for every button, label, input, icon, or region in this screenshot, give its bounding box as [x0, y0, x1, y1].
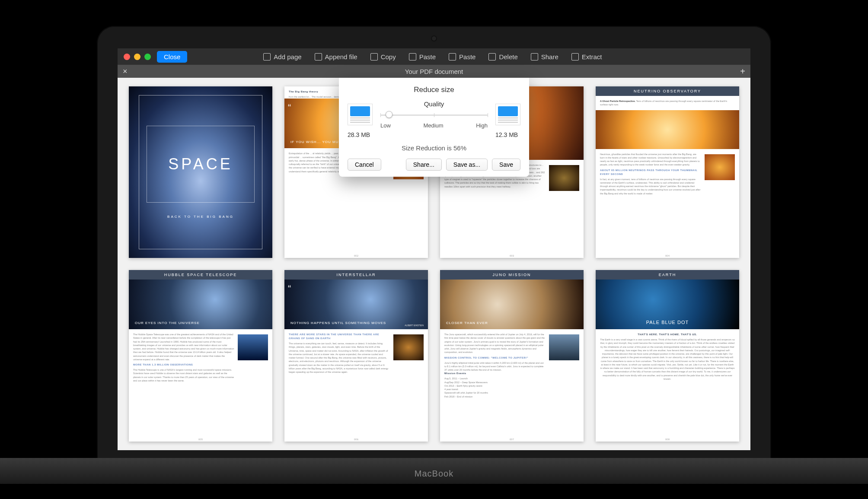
copy-label: Copy: [381, 53, 396, 60]
copy-button[interactable]: Copy: [367, 51, 399, 62]
p4-title: NEUTRINO OBSERVATORY: [596, 86, 739, 96]
p3-thumb: [549, 165, 579, 191]
p5-image: OUR EYES INTO THE UNIVERSE: [129, 280, 272, 329]
p7-caption: CLOSER THAN EVER: [446, 321, 488, 325]
extract-icon: [571, 53, 579, 60]
p6-image: “NOTHING HAPPENS UNTIL SOMETHING MOVESAL…: [284, 280, 428, 329]
document-title: Your PDF document: [405, 68, 463, 75]
p5-title: HUBBLE SPACE TELESCOPE: [129, 270, 272, 280]
page-thumbnail-8[interactable]: EARTH PALE BLUE DOT THAT'S HERE. THAT'S …: [596, 270, 739, 442]
p8-caption: PALE BLUE DOT: [646, 320, 689, 325]
paste-button[interactable]: Paste: [405, 51, 439, 62]
add-page-button[interactable]: Add page: [260, 51, 305, 62]
quality-low: Low: [380, 122, 391, 129]
macbook-brand: MacBook: [415, 469, 453, 479]
append-file-label: Append file: [325, 53, 357, 60]
p8-subhead: THAT'S HERE. THAT'S HOME. THAT'S US.: [600, 333, 735, 337]
window-titlebar: Close Add page Append file Copy Paste Pa…: [118, 48, 750, 65]
share-label: Share: [541, 53, 558, 60]
traffic-lights: [124, 54, 151, 60]
screen: Close Add page Append file Copy Paste Pa…: [118, 48, 750, 450]
reduction-text: Size Reduction is 56%: [348, 144, 520, 152]
append-file-icon: [315, 53, 322, 60]
p4-thumb: [705, 154, 735, 180]
paste-icon: [449, 53, 456, 60]
extract-label: Extract: [582, 53, 602, 60]
quality-medium: Medium: [423, 122, 443, 129]
extract-button[interactable]: Extract: [568, 51, 606, 62]
copy-icon: [370, 53, 378, 60]
p5-thumb: [238, 334, 268, 360]
paste-label: Paste: [419, 53, 436, 60]
cover-subtitle: BACK TO THE BIG BANG: [167, 215, 234, 219]
document-subbar: × Your PDF document +: [118, 65, 750, 78]
paste-icon: [409, 53, 416, 60]
p6-stat: THERE ARE MORE STARS IN THE UNIVERSE THA…: [289, 333, 390, 340]
add-page-label: Add page: [274, 53, 301, 60]
after-size: 12.3 MB: [495, 131, 520, 138]
reduce-size-dialog: Reduce size Quality Low Medium High: [339, 78, 529, 177]
p7-image: CLOSER THAN EVER: [440, 280, 584, 329]
share-ellipsis-button[interactable]: Share...: [406, 159, 442, 171]
p7-title: JUNO MISSION: [440, 270, 584, 280]
add-tab-icon[interactable]: +: [740, 67, 745, 76]
save-as-button[interactable]: Save as...: [446, 159, 488, 171]
minimize-window-icon[interactable]: [134, 54, 140, 60]
add-page-icon: [263, 53, 271, 60]
dialog-title: Reduce size: [348, 86, 520, 94]
p8-title: EARTH: [596, 270, 739, 280]
camera-dot: [432, 36, 436, 41]
before-size: 28.3 MB: [348, 131, 373, 138]
p4-lead: A Ghost Particle Retrospective.: [600, 100, 635, 102]
paste-label-2: Paste: [459, 53, 475, 60]
p4-image: [596, 110, 739, 149]
p4-stat: ABOUT 65 MILLION NEUTRINOS PASS THROUGH …: [600, 168, 701, 176]
p7-subhead: MISSION CONTROL TO COMMS: "WELCOME TO JU…: [444, 356, 546, 360]
zoom-window-icon[interactable]: [144, 54, 151, 60]
quality-high: High: [476, 122, 488, 129]
page-thumbnail-4[interactable]: NEUTRINO OBSERVATORY A Ghost Particle Re…: [596, 86, 739, 258]
trash-icon: [488, 53, 496, 60]
p6-title: INTERSTELLAR: [284, 270, 428, 280]
append-file-button[interactable]: Append file: [311, 51, 361, 62]
page-thumbnail-6[interactable]: INTERSTELLAR “NOTHING HAPPENS UNTIL SOME…: [284, 270, 428, 442]
delete-button[interactable]: Delete: [485, 51, 521, 62]
p7-events: Mission Events: [444, 372, 546, 375]
page-thumbnail-7[interactable]: JUNO MISSION CLOSER THAN EVER The Juno s…: [440, 270, 584, 442]
p6-caption: NOTHING HAPPENS UNTIL SOMETHING MOVES: [290, 321, 386, 325]
paste-button-2[interactable]: Paste: [445, 51, 479, 62]
before-preview: [348, 104, 373, 125]
cancel-button[interactable]: Cancel: [348, 159, 381, 171]
save-button[interactable]: Save: [492, 159, 520, 171]
close-button[interactable]: Close: [157, 51, 187, 63]
quality-slider[interactable]: [380, 110, 488, 120]
p8-image: PALE BLUE DOT: [596, 280, 739, 329]
page-thumbnail-5[interactable]: HUBBLE SPACE TELESCOPE OUR EYES INTO THE…: [129, 270, 272, 442]
p6-thumb: [393, 334, 424, 360]
share-button[interactable]: Share: [527, 51, 562, 62]
page-thumbnail-1[interactable]: SPACE BACK TO THE BIG BANG: [129, 86, 272, 258]
p5-caption: OUR EYES INTO THE UNIVERSE: [135, 321, 200, 325]
delete-label: Delete: [499, 53, 517, 60]
p7-thumb: [549, 334, 579, 360]
p5-stat: MORE THAN 1.3 MILLION OBSERVATIONS: [133, 363, 234, 367]
quality-label: Quality: [380, 100, 488, 108]
macbook-frame: Close Add page Append file Copy Paste Pa…: [97, 26, 771, 467]
close-window-icon[interactable]: [124, 54, 130, 60]
cover-title: SPACE: [168, 155, 233, 173]
share-icon: [531, 53, 538, 60]
close-tab-icon[interactable]: ×: [123, 67, 128, 76]
p6-author: ALBERT EINSTEIN: [405, 324, 424, 327]
after-preview: [495, 104, 520, 125]
